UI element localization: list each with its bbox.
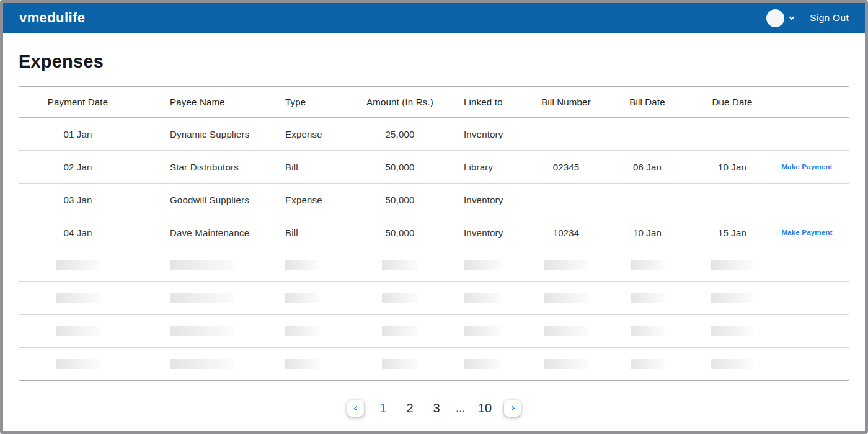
cell-bill_number: 10234 (532, 216, 610, 249)
skeleton-bar (464, 293, 502, 303)
cell-action (765, 118, 849, 150)
skeleton-bar (464, 260, 502, 270)
skeleton-cell (352, 315, 439, 347)
expenses-page: Expenses Payment DatePayee NameTypeAmoun… (3, 51, 865, 417)
skeleton-cell (684, 315, 765, 347)
column-header-amount-in-rs: Amount (In Rs.) (352, 87, 439, 117)
skeleton-bar (631, 260, 665, 270)
pagination-next-button[interactable] (504, 400, 521, 417)
table-row: 01 JanDynamic SuppliersExpense25,000Inve… (19, 118, 849, 151)
table-body: 01 JanDynamic SuppliersExpense25,000Inve… (19, 118, 849, 380)
cell-payee_name: Star Distributors (136, 151, 272, 183)
cell-amount: 50,000 (352, 184, 439, 216)
cell-due_date (684, 184, 765, 216)
skeleton-bar (56, 326, 100, 336)
cell-payee_name: Dynamic Suppliers (136, 118, 272, 150)
skeleton-bar (56, 359, 100, 369)
pagination-page-2[interactable]: 2 (402, 401, 417, 415)
cell-action (765, 282, 849, 314)
skeleton-cell (684, 282, 765, 314)
skeleton-bar (170, 260, 235, 270)
skeleton-cell (439, 249, 532, 281)
skeleton-bar (464, 326, 502, 336)
table-row: 04 JanDave MaintenanceBill50,000Inventor… (19, 216, 849, 249)
skeleton-bar (544, 359, 588, 369)
cell-payment_date: 03 Jan (19, 184, 136, 216)
top-navbar: vmedulife Sign Out (3, 3, 865, 33)
make-payment-link[interactable]: Make Payment (781, 163, 832, 170)
skeleton-bar (631, 326, 665, 336)
cell-amount: 50,000 (352, 151, 439, 183)
window-frame: vmedulife Sign Out Expenses Payment Date… (0, 0, 868, 434)
cell-linked_to: Inventory (439, 184, 532, 216)
skeleton-bar (382, 326, 418, 336)
skeleton-bar (56, 293, 100, 303)
topbar-right: Sign Out (766, 9, 849, 27)
skeleton-cell (136, 282, 272, 314)
skeleton-cell (610, 315, 684, 347)
pagination-prev-button[interactable] (347, 400, 364, 417)
skeleton-cell (19, 315, 136, 347)
sign-out-button[interactable]: Sign Out (810, 12, 849, 24)
user-menu[interactable] (766, 9, 794, 27)
table-row: 02 JanStar DistributorsBill50,000Library… (19, 151, 849, 184)
skeleton-cell (532, 249, 610, 281)
skeleton-cell (272, 348, 352, 380)
column-header-bill-number: Bill Number (532, 87, 610, 117)
skeleton-bar (711, 359, 753, 369)
cell-action (765, 315, 849, 347)
skeleton-cell (272, 282, 352, 314)
skeleton-bar (711, 260, 753, 270)
pagination-ellipsis: ... (456, 403, 466, 414)
cell-linked_to: Library (439, 151, 532, 183)
skeleton-cell (439, 315, 532, 347)
skeleton-bar (170, 326, 235, 336)
skeleton-cell (684, 249, 765, 281)
cell-linked_to: Inventory (439, 216, 532, 249)
table-header-row: Payment DatePayee NameTypeAmount (In Rs.… (19, 87, 849, 118)
pagination-page-10[interactable]: 10 (477, 401, 492, 415)
column-header-action (765, 87, 849, 117)
skeleton-cell (19, 249, 136, 281)
skeleton-bar (382, 359, 418, 369)
brand-logo[interactable]: vmedulife (19, 10, 85, 26)
expenses-table: Payment DatePayee NameTypeAmount (In Rs.… (19, 86, 849, 381)
skeleton-row (19, 249, 849, 282)
cell-amount: 25,000 (352, 118, 439, 150)
cell-due_date (684, 118, 765, 150)
skeleton-cell (610, 282, 684, 314)
cell-type: Bill (272, 216, 352, 249)
cell-bill_number: 02345 (532, 151, 610, 183)
cell-due_date: 10 Jan (684, 151, 765, 183)
skeleton-bar (170, 359, 235, 369)
cell-payee_name: Goodwill Suppliers (136, 184, 272, 216)
cell-bill_number (532, 118, 610, 150)
cell-linked_to: Inventory (439, 118, 532, 150)
skeleton-cell (610, 348, 684, 380)
skeleton-cell (532, 315, 610, 347)
skeleton-cell (439, 348, 532, 380)
cell-bill_date: 06 Jan (610, 151, 684, 183)
skeleton-cell (136, 249, 272, 281)
cell-action (765, 348, 849, 380)
skeleton-cell (352, 249, 439, 281)
chevron-down-icon[interactable] (789, 14, 794, 19)
skeleton-cell (19, 348, 136, 380)
cell-type: Expense (272, 118, 352, 150)
page-title: Expenses (19, 51, 849, 72)
pagination-page-1[interactable]: 1 (376, 401, 391, 415)
make-payment-link[interactable]: Make Payment (781, 229, 832, 236)
skeleton-bar (285, 293, 319, 303)
cell-bill_date (610, 184, 684, 216)
chevron-right-icon (508, 405, 515, 412)
cell-action (765, 184, 849, 216)
cell-bill_date (610, 118, 684, 150)
column-header-due-date: Due Date (684, 87, 765, 117)
avatar[interactable] (766, 9, 784, 27)
skeleton-bar (382, 260, 418, 270)
skeleton-cell (610, 249, 684, 281)
skeleton-row (19, 282, 849, 315)
pagination-page-3[interactable]: 3 (429, 401, 444, 415)
skeleton-bar (56, 260, 100, 270)
skeleton-cell (532, 348, 610, 380)
